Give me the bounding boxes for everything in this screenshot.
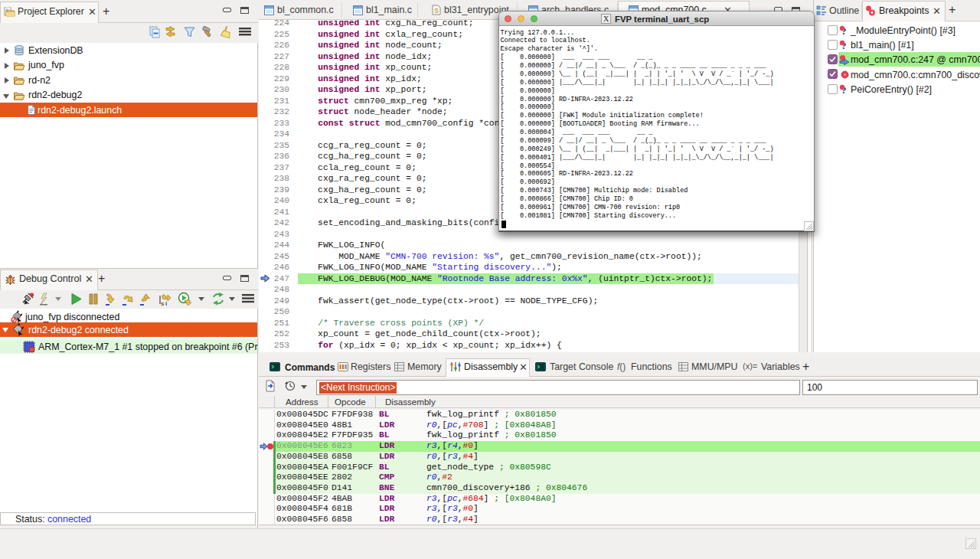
svg-text:s: s: [161, 300, 165, 307]
svg-text:S: S: [434, 7, 439, 15]
svg-text:i: i: [165, 300, 167, 307]
